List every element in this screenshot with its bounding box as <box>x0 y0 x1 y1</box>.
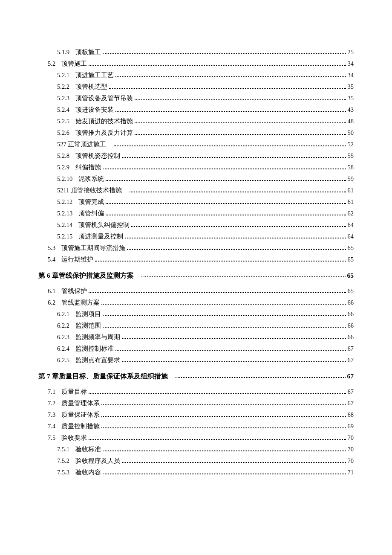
toc-leader-dots <box>122 338 346 339</box>
toc-page-number: 71 <box>348 469 354 476</box>
toc-entry-row: 5.2.14顶管机头纠偏控制64 <box>38 222 354 228</box>
toc-entry-row: 5.2.1顶进施工工艺34 <box>38 72 354 78</box>
toc-leader-dots <box>131 226 346 227</box>
toc-entry-number: 5211 顶管接收技术措施 <box>57 187 122 194</box>
toc-entry-row: 5.2.3 顶管设备及管节吊装35 <box>38 95 354 102</box>
toc-entry-number: 7.5.3 <box>57 469 69 476</box>
toc-page-number: 70 <box>348 435 354 441</box>
toc-leader-dots <box>89 393 346 394</box>
toc-entry-number: 7.5.2 <box>57 458 69 464</box>
toc-page-number: 43 <box>348 107 354 113</box>
toc-entry-row: 6.2.4监测控制标准67 <box>38 346 354 352</box>
toc-entry-title: 顶管纠偏 <box>78 210 104 217</box>
toc-entry-row: 6.1管线保护65 <box>38 288 354 294</box>
toc-entry-row: 7.3质量保证体系68 <box>38 412 354 418</box>
toc-page-number: 67 <box>348 389 354 395</box>
toc-page-number: 61 <box>348 199 354 205</box>
toc-entry-title: 监测项目 <box>75 311 101 317</box>
toc-entry-row: 5.2.12顶管完成61 <box>38 199 354 205</box>
toc-leader-dots <box>106 203 346 204</box>
toc-entry-title: 质量管理体系 <box>61 400 100 407</box>
toc-entry-title: 管线监测方案 <box>61 299 100 306</box>
toc-page-number: 48 <box>348 118 354 125</box>
toc-entry-title: 验收标准 <box>75 446 101 453</box>
toc-page-number: 69 <box>348 423 354 430</box>
toc-leader-dots <box>103 474 346 474</box>
toc-leader-dots <box>122 157 346 158</box>
toc-page-number: 70 <box>348 458 354 464</box>
toc-leader-dots <box>103 53 346 54</box>
toc-page-number: 67 <box>347 373 354 380</box>
toc-entry-number: 5.2.8 <box>57 153 69 159</box>
toc-entry-row: 5.1.9顶板施工25 <box>38 49 354 55</box>
toc-entry-number: 5.2 <box>48 61 55 67</box>
toc-entry-row: 7.5.2验收程序及人员70 <box>38 458 354 464</box>
toc-entry-number: 第 6 章管线保护措施及监测方案 <box>38 272 134 279</box>
toc-leader-dots <box>109 88 346 89</box>
toc-entry-title: 纠偏措施 <box>75 164 101 171</box>
toc-entry-title: 质量保证体系 <box>61 412 100 418</box>
toc-entry-title: 顶管设备及管节吊装 <box>75 95 133 102</box>
toc-entry-number: 5.2.14 <box>57 222 72 228</box>
toc-entry-title: 验收程序及人员 <box>75 458 120 464</box>
toc-entry-title: 质量控制措施 <box>61 423 100 430</box>
toc-entry-number: 6.2.3 <box>57 334 69 340</box>
toc-leader-dots <box>135 134 346 135</box>
toc-entry-number: 5.2.2 <box>57 84 69 90</box>
toc-page-number: 50 <box>348 130 354 136</box>
toc-entry-number: 5.2.15 <box>57 233 72 240</box>
toc-entry-title: 监测频率与周期 <box>75 334 120 340</box>
toc-entry-number: 6.1 <box>48 288 55 294</box>
toc-entry-row: 5.2.4顶进设备安装43 <box>38 107 354 113</box>
toc-page-number: 34 <box>348 72 354 78</box>
toc-leader-dots <box>101 427 346 428</box>
toc-leader-dots <box>130 192 346 192</box>
toc-entry-row: 6.2.5监测点布置要求67 <box>38 357 354 363</box>
toc-leader-dots <box>115 111 346 112</box>
toc-entry-number: 5.3 <box>48 245 55 251</box>
toc-entry-row: 5.2.8顶管机姿态控制55 <box>38 153 354 159</box>
toc-entry-row: 7.4质量控制措施69 <box>38 423 354 430</box>
toc-entry-row: 5.4运行期维护65 <box>38 256 354 263</box>
toc-entry-title: 顶板施工 <box>75 49 101 55</box>
toc-entry-number: 6.2.1 <box>57 311 69 317</box>
toc-page-number: 58 <box>348 164 354 171</box>
toc-entry-row: 5.2顶管施工34 <box>38 61 354 67</box>
toc-page-number: 65 <box>347 272 354 279</box>
toc-entry-number: 7.5.1 <box>57 446 69 453</box>
toc-entry-number: 5.2.12 <box>57 199 72 205</box>
toc-page-number: 67 <box>348 346 354 352</box>
toc-entry-title: 验收要求 <box>61 435 87 441</box>
toc-page-number: 64 <box>348 222 354 228</box>
toc-leader-dots <box>135 99 346 100</box>
toc-entry-number: 5.2.6 <box>57 130 69 136</box>
document-page: 5.1.9顶板施工255.2顶管施工345.2.1顶进施工工艺345.2.2顶管… <box>0 0 392 555</box>
toc-leader-dots <box>135 122 346 123</box>
toc-entry-row: 6.2.3监测频率与周期66 <box>38 334 354 340</box>
toc-entry-number: 5.2.5 <box>57 118 69 125</box>
toc-leader-dots <box>106 180 346 181</box>
toc-entry-row: 5.2.2顶管机选型35 <box>38 84 354 90</box>
toc-entry-title: 监测点布置要求 <box>75 357 120 363</box>
toc-leader-dots <box>115 350 346 351</box>
toc-page-number: 66 <box>348 334 354 340</box>
toc-page-number: 34 <box>348 61 354 67</box>
toc-leader-dots <box>103 315 346 316</box>
toc-leader-dots <box>122 462 346 463</box>
toc-entry-row: 5.2.5始发顶进的技术措施48 <box>38 118 354 125</box>
toc-entry-title: 顶管机选型 <box>75 84 107 90</box>
toc-entry-number: 6.2.5 <box>57 357 69 363</box>
toc-entry-number: 5.2.3 <box>57 95 69 102</box>
toc-entry-row: 7.5.3验收内容71 <box>38 469 354 476</box>
toc-entry-title: 监测控制标准 <box>75 346 114 352</box>
toc-entry-title: 管线保护 <box>61 288 87 294</box>
toc-entry-title: 顶管施工期间导流措施 <box>61 245 125 251</box>
toc-page-number: 25 <box>348 49 354 55</box>
toc-leader-dots <box>122 361 346 362</box>
toc-entry-number: 5.2.4 <box>57 107 69 113</box>
toc-entry-number: 5.2.9 <box>57 164 69 171</box>
toc-page-number: 67 <box>348 400 354 407</box>
toc-page-number: 67 <box>348 357 354 363</box>
toc-entry-row: 7.2质量管理体系67 <box>38 400 354 407</box>
toc-leader-dots <box>95 261 346 262</box>
